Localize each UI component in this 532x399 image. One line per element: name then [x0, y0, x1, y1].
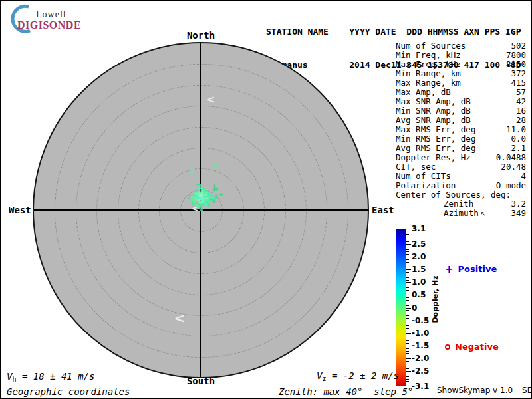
colorbar-minor-tick: [406, 254, 409, 255]
colorbar-minor-tick: [406, 265, 409, 265]
stat-value: 0.0: [511, 134, 526, 144]
stat-label: Num of Sources: [396, 41, 466, 51]
stat-value: 42: [516, 97, 526, 106]
program-version: SD v 5.1: [522, 386, 532, 395]
colorbar-minor-tick: [406, 343, 409, 344]
colorbar-tick-label: 0: [412, 303, 417, 313]
stats-row: Min SNR Amp, dB16: [396, 106, 526, 116]
compass-label-south: South: [187, 376, 215, 386]
stat-label: Doppler Res, Hz: [396, 153, 471, 162]
stats-row: Min Range, km372: [396, 69, 526, 78]
colorbar-minor-tick: [406, 361, 409, 362]
chevron-mark-icon: <: [174, 311, 186, 325]
colorbar-minor-tick: [406, 277, 409, 278]
stat-value: 349: [511, 209, 526, 219]
stats-panel: Num of Sources502Min Freq, kHz7800Max Fr…: [396, 41, 526, 219]
colorbar-minor-tick: [406, 241, 409, 242]
colorbar-minor-tick: [406, 249, 409, 250]
colorbar-tick: [406, 244, 411, 245]
stat-value: 4: [521, 172, 526, 181]
colorbar-tick: [406, 229, 411, 229]
stat-label: Min Range, km: [396, 69, 461, 78]
colorbar-minor-tick: [406, 267, 409, 267]
colorbar-minor-tick: [406, 297, 409, 298]
stat-label: Zenith: [444, 200, 473, 209]
colorbar-minor-tick: [406, 368, 409, 369]
stats-row: Min Freq, kHz7800: [396, 51, 526, 60]
stats-row: Max Freq, kHz8150: [396, 60, 526, 69]
colorbar-minor-tick: [406, 275, 409, 275]
colorbar-minor-tick: [406, 331, 409, 331]
legend-negative-label: Negative: [455, 342, 499, 352]
chevron-mark-icon: <: [192, 205, 198, 213]
colorbar-minor-tick: [406, 374, 409, 374]
colorbar-tick: [406, 295, 411, 295]
colorbar-tick-label: -2.5: [412, 366, 429, 376]
source-scatter-layer: [34, 43, 368, 377]
legend-positive-label: Positive: [458, 264, 497, 274]
colorbar-minor-tick: [406, 366, 409, 366]
stat-value: 28: [516, 116, 526, 125]
colorbar-minor-tick: [406, 293, 409, 293]
compass-label-east: East: [372, 205, 394, 215]
colorbar-minor-tick: [406, 313, 409, 313]
stat-value: 2.1: [511, 144, 526, 153]
stats-row: Doppler Res, Hz0.0488: [396, 153, 526, 162]
colorbar-tick: [406, 269, 411, 270]
colorbar-tick: [406, 282, 411, 283]
colorbar-minor-tick: [406, 251, 409, 252]
stat-value: 502: [511, 41, 526, 51]
stats-row: PolarizationO-mode: [396, 181, 526, 190]
colorbar-minor-tick: [406, 234, 409, 235]
colorbar-minor-tick: [406, 272, 409, 273]
stats-row: Max Range, km415: [396, 78, 526, 88]
colorbar-tick: [406, 321, 411, 321]
stat-label: Max Range, km: [396, 78, 461, 88]
colorbar-tick-label: 1.5: [412, 265, 426, 274]
azimuth-arrow-icon: ↖: [479, 210, 487, 217]
stat-value: 16: [516, 106, 526, 116]
stats-row: Num of CITs4: [396, 172, 526, 181]
colorbar-minor-tick: [406, 315, 409, 316]
stat-label: Min RMS Err, deg: [396, 134, 475, 144]
stat-label: Max Freq, kHz: [396, 60, 461, 69]
colorbar-minor-tick: [406, 379, 409, 380]
skymap-window: Lowell DIGISONDE STATION NAME YYYY DATE …: [0, 0, 532, 399]
stats-row: Zenith3.2: [396, 200, 526, 209]
legend-positive: + Positive: [445, 264, 497, 274]
stat-label: Min SNR Amp, dB: [396, 106, 471, 116]
colorbar-tick: [406, 346, 411, 346]
logo-lowell-text: Lowell: [36, 9, 66, 20]
stat-label: Max Amp, dB: [396, 88, 451, 97]
stat-value: 11.0: [506, 125, 526, 134]
colorbar-tick: [406, 257, 411, 257]
chevron-mark-icon: <: [207, 95, 215, 105]
stat-label: Azimuth ↖: [444, 209, 486, 219]
stat-value: 57: [516, 88, 526, 97]
colorbar-minor-tick: [406, 336, 409, 336]
stat-label: Max SNR Amp, dB: [396, 97, 471, 106]
stat-value: 8150: [506, 60, 526, 69]
stat-label: Avg RMS Err, deg: [396, 144, 475, 153]
stats-row: CIT, sec20.48: [396, 162, 526, 172]
colorbar-tick-label: 3.1: [412, 224, 426, 233]
colorbar-minor-tick: [406, 285, 409, 285]
program-name: ShowSkymap v 1.0: [437, 386, 513, 395]
stats-row: Num of Sources502: [396, 41, 526, 51]
stat-value: 7800: [506, 51, 526, 60]
colorbar-gradient: [396, 229, 406, 386]
colorbar-tick-label: -1.0: [412, 329, 429, 338]
colorbar-minor-tick: [406, 340, 409, 341]
colorbar-minor-tick: [406, 280, 409, 281]
colorbar-minor-tick: [406, 262, 409, 263]
colorbar-tick-label: 2.5: [412, 239, 426, 249]
colorbar-tick-label: 0.5: [412, 290, 426, 299]
zenith-range-text: Zenith: max 40° step 5°: [279, 386, 413, 397]
coordinate-system-text: Geographic coordinates: [7, 386, 130, 397]
doppler-colorbar: 3.12.52.01.51.00.50-0.5-1.0-1.5-2.0-2.5-…: [396, 229, 529, 386]
stat-value: 0.0488: [496, 153, 526, 162]
stat-label: Avg SNR Amp, dB: [396, 116, 471, 125]
colorbar-minor-tick: [406, 376, 409, 377]
colorbar-minor-tick: [406, 356, 409, 356]
colorbar-axis-label: Doppler, Hz: [431, 275, 440, 323]
